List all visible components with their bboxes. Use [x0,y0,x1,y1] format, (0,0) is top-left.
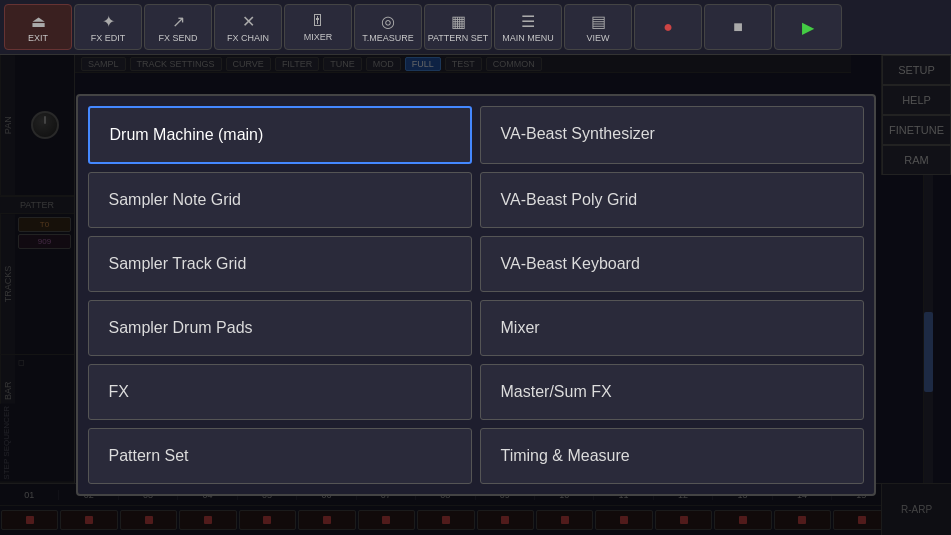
instrument-sampler-note-grid[interactable]: Sampler Note Grid [88,172,472,228]
instrument-drum-machine[interactable]: Drum Machine (main) [88,106,472,164]
toolbar: ⏏ EXIT ✦ FX EDIT ↗ FX SEND ✕ FX CHAIN 🎚 … [0,0,951,55]
stop-icon: ■ [733,18,743,36]
instrument-va-beast-synthesizer[interactable]: VA-Beast Synthesizer [480,106,864,164]
main-menu-button[interactable]: ☰ MAIN MENU [494,4,562,50]
fx-edit-button[interactable]: ✦ FX EDIT [74,4,142,50]
instrument-select-modal: Drum Machine (main) VA-Beast Synthesizer… [76,94,876,496]
fx-chain-icon: ✕ [242,12,255,31]
play-button[interactable]: ▶ [774,4,842,50]
pattern-set-icon: ▦ [451,12,466,31]
fx-send-button[interactable]: ↗ FX SEND [144,4,212,50]
pattern-set-button[interactable]: ▦ PATTERN SET [424,4,492,50]
instrument-fx[interactable]: FX [88,364,472,420]
exit-icon: ⏏ [31,12,46,31]
modal-grid: Drum Machine (main) VA-Beast Synthesizer… [88,106,864,484]
instrument-mixer[interactable]: Mixer [480,300,864,356]
instrument-va-beast-poly-grid[interactable]: VA-Beast Poly Grid [480,172,864,228]
t-measure-button[interactable]: ◎ T.MEASURE [354,4,422,50]
t-measure-icon: ◎ [381,12,395,31]
record-icon: ● [663,18,673,36]
fx-edit-icon: ✦ [102,12,115,31]
mixer-button[interactable]: 🎚 MIXER [284,4,352,50]
instrument-sampler-drum-pads[interactable]: Sampler Drum Pads [88,300,472,356]
play-icon: ▶ [802,18,814,37]
exit-button[interactable]: ⏏ EXIT [4,4,72,50]
instrument-va-beast-keyboard[interactable]: VA-Beast Keyboard [480,236,864,292]
modal-overlay: Drum Machine (main) VA-Beast Synthesizer… [0,55,951,535]
instrument-sampler-track-grid[interactable]: Sampler Track Grid [88,236,472,292]
instrument-master-sum-fx[interactable]: Master/Sum FX [480,364,864,420]
instrument-timing-measure[interactable]: Timing & Measure [480,428,864,484]
fx-chain-button[interactable]: ✕ FX CHAIN [214,4,282,50]
instrument-pattern-set[interactable]: Pattern Set [88,428,472,484]
record-button[interactable]: ● [634,4,702,50]
mixer-icon: 🎚 [310,12,326,30]
fx-send-icon: ↗ [172,12,185,31]
view-button[interactable]: ▤ VIEW [564,4,632,50]
view-icon: ▤ [591,12,606,31]
main-menu-icon: ☰ [521,12,535,31]
stop-button[interactable]: ■ [704,4,772,50]
